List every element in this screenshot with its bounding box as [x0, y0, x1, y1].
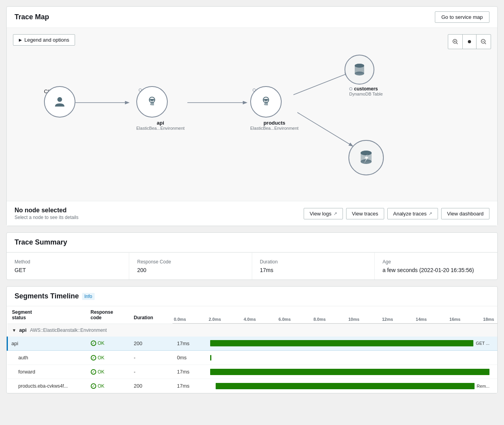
go-to-service-button[interactable]: Go to service map [435, 11, 490, 23]
segment-status-api: ✓ OK [86, 337, 129, 351]
segment-name-products: products.eba-cvkws4f... [7, 379, 86, 393]
zoom-in-button[interactable] [448, 35, 462, 49]
ok-circle-auth: ✓ [91, 355, 96, 361]
api-node[interactable]: api ElasticBea...Environment [136, 86, 185, 131]
segment-duration-forward: 17ms [172, 365, 204, 379]
trace-summary-header: Trace Summary [7, 233, 497, 252]
trace-summary-title: Trace Summary [15, 238, 67, 246]
group-name-api: api [19, 327, 27, 333]
time-tick-18ms: 18ms [483, 317, 494, 322]
bar-label-api: GET ... [476, 341, 489, 346]
customers-db-label: DynamoDB Table [349, 92, 383, 96]
segment-bar-products: Rem... [204, 379, 498, 393]
legend-label: Legend and options [24, 37, 69, 43]
zoom-out-icon [480, 39, 487, 45]
products-node[interactable]: products ElasticBea...Environment [250, 86, 299, 131]
analyze-traces-button[interactable]: Analyze traces ↗ [387, 208, 438, 219]
bar-label-products: Rem... [477, 384, 489, 388]
products-sub: ElasticBea...Environment [250, 126, 299, 131]
svg-point-11 [57, 97, 62, 102]
time-tick-8ms: 8.0ms [313, 317, 326, 322]
col-response-header: Responsecode [86, 306, 129, 324]
view-traces-button[interactable]: View traces [346, 208, 384, 219]
customers-node[interactable]: customers DynamoDB Table [345, 55, 383, 96]
no-node-sub: Select a node to see its details [15, 215, 79, 220]
svg-line-10 [297, 112, 352, 146]
svg-line-6 [485, 43, 486, 44]
segment-duration-products: 17ms [172, 379, 204, 393]
time-tick-2ms: 2.0ms [209, 317, 221, 322]
no-node-title: No node selected [15, 207, 79, 214]
segment-row-api[interactable]: api ✓ OK 200 17ms GET ... [7, 337, 498, 351]
view-traces-label: View traces [352, 211, 378, 217]
segment-name-api: api [7, 337, 86, 351]
segment-response-auth: - [129, 351, 172, 365]
summary-grid: Method GET Response Code 200 Duration 17… [7, 252, 497, 280]
summary-age: Age a few seconds (2022-01-20 16:35:56) [375, 253, 497, 280]
dynamodb2-node[interactable] [348, 140, 384, 175]
action-buttons: View logs ↗ View traces Analyze traces ↗… [304, 208, 489, 219]
zoom-dot [468, 40, 471, 43]
customers-db-icon [352, 62, 367, 77]
segment-name-auth: auth [7, 351, 86, 365]
summary-response-code: Response Code 200 [129, 253, 252, 280]
zoom-controls [448, 34, 491, 49]
svg-point-18 [355, 72, 364, 75]
group-type-api: AWS::ElasticBeanstalk::Environment [30, 327, 107, 333]
segment-response-products: 200 [129, 379, 172, 393]
ok-circle-forward: ✓ [91, 369, 96, 375]
ok-circle-products: ✓ [91, 383, 96, 389]
time-tick-12ms: 12ms [382, 317, 393, 322]
time-tick-0ms: 0.0ms [174, 317, 186, 322]
trace-map-canvas: ▶ Legend and options [7, 28, 497, 201]
view-dashboard-button[interactable]: View dashboard [441, 208, 489, 219]
expand-icon: ▼ [12, 328, 16, 333]
summary-duration: Duration 17ms [252, 253, 375, 280]
segment-duration-auth: 0ms [172, 351, 204, 365]
time-tick-14ms: 14ms [416, 317, 427, 322]
segment-duration-api: 17ms [172, 337, 204, 351]
zoom-center [462, 35, 477, 49]
customers-label: customers [354, 86, 378, 92]
timeline-header-row: Segmentstatus Responsecode Duration 0.0m… [7, 306, 498, 324]
segment-row-forward[interactable]: forward ✓ OK - 17ms [7, 365, 498, 379]
legend-options-button[interactable]: ▶ Legend and options [13, 34, 75, 46]
segment-row-products[interactable]: products.eba-cvkws4f... ✓ OK 200 17ms [7, 379, 498, 393]
segment-response-forward: - [129, 365, 172, 379]
time-tick-16ms: 16ms [449, 317, 460, 322]
analyze-external-icon: ↗ [429, 211, 432, 216]
svg-point-15 [265, 98, 267, 99]
svg-line-9 [293, 73, 348, 95]
ok-circle-api: ✓ [91, 340, 96, 346]
col-duration-header: Duration [129, 306, 172, 324]
svg-point-19 [355, 64, 364, 68]
products-label: products [250, 120, 299, 126]
view-dashboard-label: View dashboard [447, 211, 484, 217]
segment-row-auth[interactable]: auth ✓ OK - 0ms [7, 351, 498, 365]
zoom-in-icon [452, 39, 458, 45]
segment-status-auth: ✓ OK [86, 351, 129, 365]
api-icon [145, 94, 159, 109]
zoom-out-button[interactable] [477, 35, 491, 49]
trace-map-title: Trace Map [15, 13, 49, 21]
svg-point-13 [151, 98, 153, 99]
segment-status-products: ✓ OK [86, 379, 129, 393]
api-label: api [136, 120, 185, 126]
col-segment-header: Segmentstatus [7, 306, 86, 324]
view-logs-button[interactable]: View logs ↗ [304, 208, 343, 219]
view-logs-label: View logs [310, 211, 331, 217]
time-tick-10ms: 10ms [348, 317, 359, 322]
svg-line-3 [456, 43, 458, 44]
time-tick-6ms: 6.0ms [279, 317, 291, 322]
group-row-api: ▼ api AWS::ElasticBeanstalk::Environment [7, 324, 498, 337]
info-badge[interactable]: Info [82, 293, 95, 300]
segments-timeline-title: Segments Timeline [15, 292, 79, 300]
time-tick-4ms: 4.0ms [244, 317, 256, 322]
no-node-info: No node selected Select a node to see it… [15, 207, 79, 220]
segment-bar-forward [204, 365, 498, 379]
trace-map-bottom: No node selected Select a node to see it… [7, 201, 497, 226]
segment-response-api: 200 [129, 337, 172, 351]
client-icon [53, 95, 67, 109]
client-node[interactable]: Client [44, 86, 57, 94]
segment-status-forward: ✓ OK [86, 365, 129, 379]
